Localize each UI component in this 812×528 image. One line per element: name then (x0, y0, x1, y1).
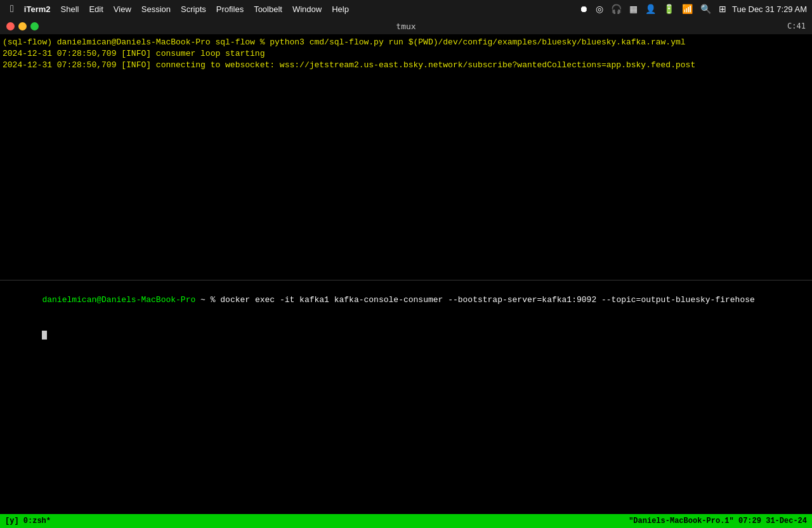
panes-container: (sql-flow) danielmican@Daniels-MacBook-P… (0, 34, 812, 514)
menubar:  iTerm2 Shell Edit View Session Scripts… (0, 0, 812, 18)
terminal-prompt-line: danielmican@Daniels-MacBook-Pro ~ % dock… (3, 283, 809, 318)
prompt-tilde: ~ % (195, 295, 220, 305)
tmux-status-right: "Daniels-MacBook-Pro.1" 07:29 31-Dec-24 (624, 514, 812, 528)
audio-icon: 🎧 (609, 4, 624, 14)
menu-iterm2[interactable]: iTerm2 (19, 3, 56, 15)
menu-edit[interactable]: Edit (84, 3, 108, 15)
tmux-status-left: [y] 0:zsh* (0, 514, 56, 528)
menu-help[interactable]: Help (327, 3, 354, 15)
maximize-button[interactable] (30, 22, 39, 30)
command-text: docker exec -it kafka1 kafka-console-con… (220, 295, 755, 305)
menu-view[interactable]: View (108, 3, 136, 15)
close-button[interactable] (6, 22, 15, 30)
search-icon[interactable]: 🔍 (698, 4, 713, 14)
terminal-line-3: 2024-12-31 07:28:50,709 [INFO] connectin… (3, 60, 809, 71)
battery-icon: 🔋 (662, 4, 676, 14)
clock: Tue Dec 31 7:29 AM (732, 4, 807, 14)
apple-menu[interactable]:  (5, 3, 19, 15)
menu-toolbelt[interactable]: Toolbelt (249, 3, 287, 15)
menu-shell[interactable]: Shell (56, 3, 84, 15)
menu-profiles[interactable]: Profiles (211, 3, 249, 15)
menu-session[interactable]: Session (136, 3, 176, 15)
terminal-cursor (42, 331, 47, 340)
pane-bottom[interactable]: danielmican@Daniels-MacBook-Pro ~ % dock… (0, 280, 812, 514)
display-icon: ▦ (627, 4, 639, 14)
target-icon: ◎ (594, 4, 605, 14)
wifi-icon: 📶 (680, 4, 695, 14)
prompt-user: danielmican@Daniels-MacBook-Pro (42, 295, 195, 305)
pane-top[interactable]: (sql-flow) danielmican@Daniels-MacBook-P… (0, 34, 812, 280)
minimize-button[interactable] (18, 22, 27, 30)
window-buttons (6, 22, 39, 30)
user-icon: 👤 (643, 4, 658, 14)
tmux-titlebar: tmux C:41 (0, 18, 812, 34)
tmux-title: tmux (396, 22, 416, 31)
menu-scripts[interactable]: Scripts (176, 3, 211, 15)
terminal-line-2: 2024-12-31 07:28:50,709 [INFO] consumer … (3, 48, 809, 60)
control-center-icon[interactable]: ⊞ (717, 4, 728, 14)
terminal-cursor-line (3, 318, 809, 353)
tmux-counter: C:41 (787, 22, 806, 30)
menu-window[interactable]: Window (287, 3, 327, 15)
tmux-statusbar: [y] 0:zsh* "Daniels-MacBook-Pro.1" 07:29… (0, 514, 812, 528)
menubar-right: ⏺ ◎ 🎧 ▦ 👤 🔋 📶 🔍 ⊞ Tue Dec 31 7:29 AM (577, 4, 807, 14)
iterm-window: tmux C:41 (sql-flow) danielmican@Daniels… (0, 18, 812, 528)
terminal-line-1: (sql-flow) danielmican@Daniels-MacBook-P… (3, 37, 809, 48)
record-icon: ⏺ (577, 4, 590, 14)
